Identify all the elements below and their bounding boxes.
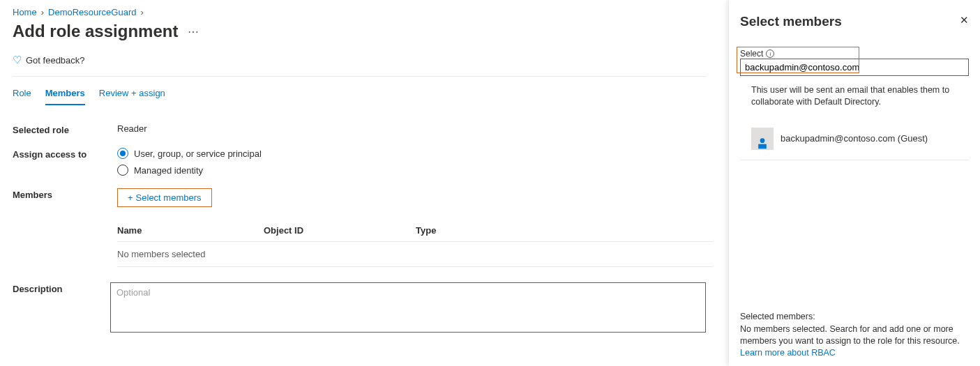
close-icon: ✕ xyxy=(960,14,969,26)
members-label: Members xyxy=(13,188,117,207)
chevron-right-icon: › xyxy=(140,7,143,17)
col-header-objectid: Object ID xyxy=(264,225,416,236)
breadcrumb-home[interactable]: Home xyxy=(13,7,37,17)
result-display-name: backupadmin@contoso.com (Guest) xyxy=(781,133,928,144)
info-icon[interactable]: i xyxy=(766,49,774,58)
chevron-right-icon: › xyxy=(41,7,44,17)
flyout-title: Select members xyxy=(740,14,842,29)
assign-access-label: Assign access to xyxy=(13,148,117,176)
select-members-link[interactable]: + Select members xyxy=(117,188,212,207)
selected-role-value: Reader xyxy=(117,123,706,135)
page-title: Add role assignment xyxy=(13,22,178,41)
radio-icon xyxy=(117,148,128,159)
selected-members-label: Selected members: xyxy=(740,311,969,323)
more-actions-button[interactable]: ⋯ xyxy=(188,25,199,38)
members-table: Name Object ID Type No members selected xyxy=(117,220,713,267)
flyout-help-text: This user will be sent an email that ena… xyxy=(740,84,969,108)
breadcrumb: Home › DemoResourceGuard › xyxy=(13,7,706,17)
selected-members-text: No members selected. Search for and add … xyxy=(740,323,969,347)
no-members-row: No members selected xyxy=(117,241,713,267)
tab-role[interactable]: Role xyxy=(13,88,31,105)
description-input[interactable] xyxy=(110,282,706,333)
radio-user-group-sp[interactable]: User, group, or service principal xyxy=(117,148,706,159)
tab-members[interactable]: Members xyxy=(45,88,85,105)
radio-mi-label: Managed identity xyxy=(134,165,203,176)
radio-icon xyxy=(117,165,128,176)
feedback-label: Got feedback? xyxy=(26,55,85,66)
select-field-label: Select xyxy=(740,49,763,59)
tabs: Role Members Review + assign xyxy=(13,79,706,105)
select-members-panel: Select members ✕ Select i This user will… xyxy=(729,0,980,366)
svg-rect-1 xyxy=(758,144,767,148)
feedback-link[interactable]: ♡ Got feedback? xyxy=(13,54,706,77)
radio-managed-identity[interactable]: Managed identity xyxy=(117,165,706,176)
svg-point-0 xyxy=(760,138,765,143)
learn-more-link[interactable]: Learn more about RBAC xyxy=(740,348,836,358)
breadcrumb-resource[interactable]: DemoResourceGuard xyxy=(48,7,136,17)
plus-icon: + xyxy=(128,192,133,203)
col-header-name: Name xyxy=(117,225,264,236)
description-label: Description xyxy=(13,282,110,335)
heart-icon: ♡ xyxy=(13,54,22,66)
col-header-type: Type xyxy=(416,225,713,236)
tab-review[interactable]: Review + assign xyxy=(99,88,165,105)
avatar-icon xyxy=(751,128,774,150)
radio-user-label: User, group, or service principal xyxy=(134,148,262,159)
member-search-input[interactable] xyxy=(740,59,969,76)
select-members-text: Select members xyxy=(136,192,202,203)
person-icon xyxy=(755,136,769,150)
search-result-item[interactable]: backupadmin@contoso.com (Guest) xyxy=(740,123,969,160)
selected-role-label: Selected role xyxy=(13,123,117,135)
close-button[interactable]: ✕ xyxy=(960,14,969,26)
